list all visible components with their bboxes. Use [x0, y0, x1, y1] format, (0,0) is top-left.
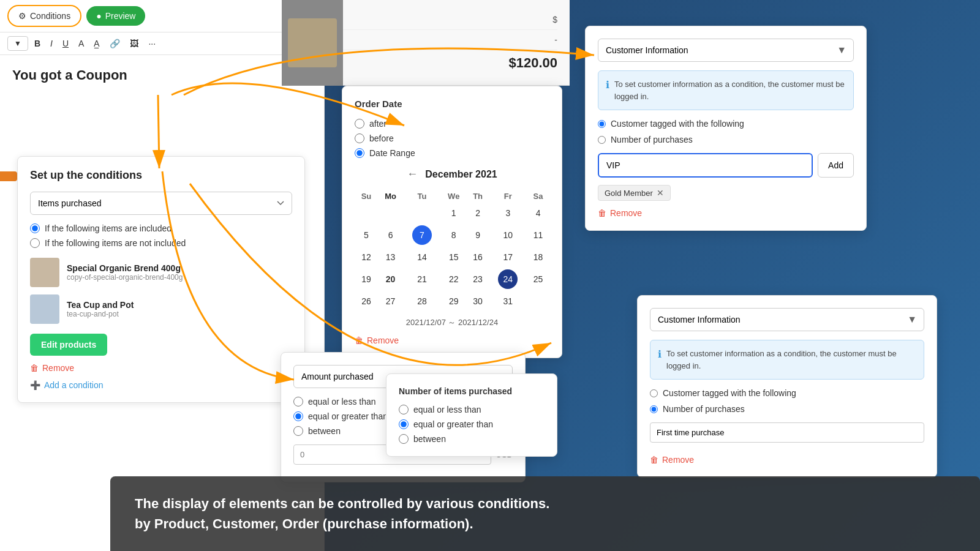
tag-input[interactable] [598, 153, 813, 178]
exclude-radio-item[interactable]: If the following items are not included [30, 238, 292, 248]
condition-type-select[interactable]: Items purchased Order Date Amount purcha… [30, 192, 292, 215]
edit-products-button[interactable]: Edit products [30, 334, 107, 356]
cal-day-24[interactable]: 24 [489, 266, 527, 293]
tag-close-icon[interactable]: ✕ [657, 188, 664, 198]
cal-day[interactable]: 19 [355, 266, 378, 293]
dropdown-select[interactable]: ▼ [7, 36, 28, 51]
cal-day[interactable]: 10 [489, 222, 527, 249]
cal-day[interactable]: 16 [467, 249, 489, 266]
cal-header-fr: Fr [489, 188, 527, 204]
product-image-2 [30, 294, 59, 324]
customer-type-select-top[interactable]: Customer Information [598, 39, 854, 62]
tag-input-row: Add [598, 153, 854, 178]
customer-remove-bottom[interactable]: 🗑 Remove [650, 455, 924, 465]
amount-between-label: between [308, 426, 341, 436]
underline-button[interactable]: U [59, 36, 72, 51]
cal-day[interactable]: 12 [355, 249, 378, 266]
date-range-option[interactable]: Date Range [355, 148, 549, 158]
cal-day[interactable]: 22 [441, 266, 467, 293]
cal-day[interactable]: 27 [378, 293, 403, 310]
items-greater-radio[interactable] [399, 419, 409, 429]
cal-day[interactable]: 9 [467, 222, 489, 249]
cal-day[interactable]: 25 [527, 266, 549, 293]
cal-day[interactable]: 6 [378, 222, 403, 249]
after-option[interactable]: after [355, 119, 549, 129]
items-between-option[interactable]: between [399, 434, 545, 444]
cal-day[interactable]: 1 [441, 204, 467, 222]
link-button[interactable]: 🔗 [106, 36, 124, 51]
customer-panel-top: Customer Information ▼ ℹ To set customer… [585, 26, 867, 231]
customer-remove-top[interactable]: 🗑 Remove [598, 208, 854, 218]
cal-day[interactable]: 26 [355, 293, 378, 310]
items-less-radio[interactable] [399, 405, 409, 414]
text-color-button[interactable]: A [75, 36, 88, 51]
cal-day[interactable]: 14 [403, 249, 441, 266]
exclude-label: If the following items are not included [45, 238, 186, 248]
after-radio[interactable] [355, 119, 364, 129]
add-condition-link[interactable]: ➕ Add a condition [30, 380, 292, 390]
include-radio[interactable] [30, 223, 40, 233]
before-option[interactable]: before [355, 133, 549, 143]
amount-less-radio[interactable] [293, 397, 303, 407]
cal-day[interactable]: 5 [355, 222, 378, 249]
tagged-radio-bottom[interactable] [650, 389, 658, 397]
purchases-radio[interactable] [598, 136, 606, 144]
more-button[interactable]: ··· [145, 36, 159, 51]
product-thumb-2 [30, 294, 59, 324]
purchases-radio-item[interactable]: Number of purchases [598, 135, 854, 144]
amount-greater-radio[interactable] [293, 411, 303, 421]
cal-day[interactable]: 8 [441, 222, 467, 249]
tagged-radio-item[interactable]: Customer tagged with the following [598, 119, 854, 129]
items-greater-label: equal or greater than [413, 419, 493, 429]
cal-day-7[interactable]: 7 [403, 222, 441, 249]
cal-day[interactable]: 11 [527, 222, 549, 249]
cal-day[interactable]: 2 [467, 204, 489, 222]
cal-day[interactable]: 28 [403, 293, 441, 310]
conditions-button[interactable]: ⚙ Conditions [7, 5, 81, 27]
purchases-radio-bottom[interactable] [650, 405, 658, 413]
total-price: $120.00 [508, 55, 557, 71]
cal-day[interactable]: 13 [378, 249, 403, 266]
tagged-radio[interactable] [598, 120, 606, 128]
tagged-radio-item-bottom[interactable]: Customer tagged with the following [650, 388, 924, 398]
items-between-radio[interactable] [399, 434, 409, 444]
date-range-radio[interactable] [355, 148, 364, 158]
table-row: 19 20 21 22 23 24 25 [355, 266, 549, 293]
first-purchase-select[interactable]: First time purchase [650, 422, 924, 443]
image-button[interactable]: 🖼 [126, 36, 142, 51]
cal-day[interactable]: 15 [441, 249, 467, 266]
cal-day[interactable]: 23 [467, 266, 489, 293]
product-sku-1: copy-of-special-organic-brend-400g [67, 273, 183, 282]
bold-button[interactable]: B [31, 36, 44, 51]
cal-day[interactable]: 3 [489, 204, 527, 222]
cal-day-20[interactable]: 20 [378, 266, 403, 293]
purchases-radio-item-bottom[interactable]: Number of purchases [650, 404, 924, 414]
cal-prev-button[interactable]: ← [407, 168, 418, 181]
remove-label: Remove [42, 363, 74, 373]
items-less-option[interactable]: equal or less than [399, 405, 545, 414]
italic-button[interactable]: I [47, 36, 56, 51]
cal-day[interactable]: 30 [467, 293, 489, 310]
items-greater-option[interactable]: equal or greater than [399, 419, 545, 429]
cal-day[interactable]: 17 [489, 249, 527, 266]
exclude-radio[interactable] [30, 238, 40, 248]
cal-day[interactable] [403, 204, 441, 222]
before-radio[interactable] [355, 133, 364, 143]
add-tag-button[interactable]: Add [818, 153, 854, 178]
cal-day[interactable]: 21 [403, 266, 441, 293]
cal-day[interactable]: 4 [527, 204, 549, 222]
include-radio-item[interactable]: If the following items are included [30, 223, 292, 233]
highlight-button[interactable]: A̲ [90, 36, 104, 51]
amount-between-radio[interactable] [293, 426, 303, 436]
customer-type-select-bottom[interactable]: Customer Information [650, 308, 924, 331]
preview-button[interactable]: ● Preview [86, 6, 145, 26]
cal-day[interactable] [527, 293, 549, 310]
calendar-remove-link[interactable]: 🗑 Remove [355, 335, 549, 345]
cal-day[interactable]: 18 [527, 249, 549, 266]
cal-day[interactable] [378, 204, 403, 222]
cal-day[interactable] [355, 204, 378, 222]
cal-day[interactable]: 29 [441, 293, 467, 310]
cal-header-mo: Mo [378, 188, 403, 204]
cal-day[interactable]: 31 [489, 293, 527, 310]
remove-condition-link[interactable]: 🗑 Remove [30, 363, 292, 373]
